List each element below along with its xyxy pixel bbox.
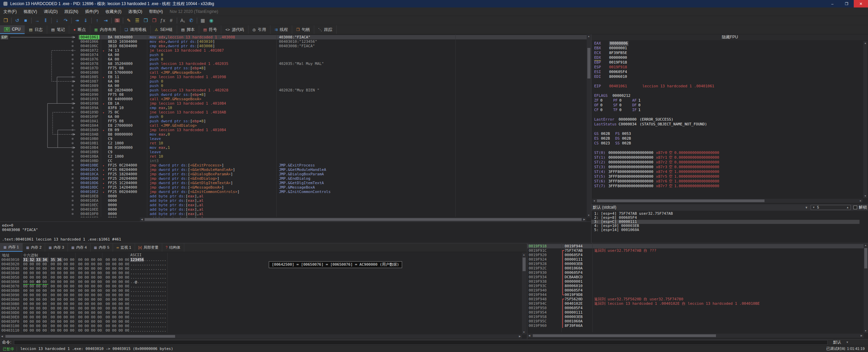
seh-icon[interactable]: S — [113, 17, 121, 24]
dump-row[interactable]: 0040309000000000000000000000000000000000… — [0, 293, 527, 297]
step-over-icon[interactable]: ↷ — [61, 17, 70, 24]
disasm-row[interactable]: 0040108B68 28204000push leccion 13 hardc… — [0, 88, 591, 92]
tab-符号[interactable]: ▤符号 — [199, 25, 221, 34]
dump-row[interactable]: 004030F000000000000000000000000000000000… — [0, 319, 527, 324]
functions-icon[interactable]: ƒx — [158, 17, 167, 24]
dump-row[interactable]: 0040310000000000000000000000000000000000… — [0, 324, 527, 328]
maximize-button[interactable]: ❐ — [839, 0, 854, 7]
font-icon[interactable]: A₁ — [178, 17, 187, 24]
dump-row[interactable]: 0040311000000000000000000000000000000000… — [0, 328, 527, 333]
disasm-row[interactable]: 0040107868 35204000push leccion 13 hardc… — [0, 61, 591, 66]
menu-item[interactable]: 选项(O) — [125, 9, 146, 14]
stack-row[interactable]: 0019F91C75F747AB返回到 user32.75F747AB 自 ??… — [527, 248, 868, 253]
calculator-icon[interactable]: ▦ — [199, 17, 207, 24]
disasm-row[interactable]: 004010746A 00push 0 — [0, 53, 591, 57]
tab-断点[interactable]: ●断点 — [69, 25, 90, 34]
tab-笔记[interactable]: ▤笔记 — [47, 25, 69, 34]
disasm-row[interactable]: ▼004010D0FF25 20204000jmp dword ptr ds:[… — [0, 176, 591, 181]
run-icon[interactable]: → — [33, 17, 41, 24]
disasm-row[interactable]: ▼004010BEFF25 0C204000jmp dword ptr ds:[… — [0, 163, 591, 168]
command-input[interactable] — [14, 340, 828, 345]
dump-row[interactable]: 004030A000000000000000000000000000000000… — [0, 297, 527, 302]
step-out-icon[interactable]: ⇓ — [81, 17, 90, 24]
disasm-row[interactable]: 0040109A83F8 10cmp eax,10 — [0, 106, 591, 110]
tab-局部变量[interactable]: [x]局部变量 — [135, 243, 163, 252]
hash-icon[interactable]: # — [167, 17, 175, 24]
stack-row[interactable]: 0019F92400000111 — [527, 257, 868, 262]
dump-row[interactable]: 0040301031323334353600000000000000000000… — [0, 258, 527, 262]
disasm-row[interactable]: 004010B1C2 1000ret 10 — [0, 141, 591, 145]
open-file-icon[interactable]: ❒ — [1, 17, 10, 24]
disasm-row[interactable]: 004010EA0000add byte ptr ds:[eax],al — [0, 198, 591, 203]
pause-icon[interactable]: ‖ — [41, 17, 50, 24]
dump-row[interactable]: 0040308000000000000000000000000000000000… — [0, 288, 527, 293]
disasm-row[interactable]: 0040109F6A 00push 0 — [0, 115, 591, 119]
patch-icon[interactable]: ✎ — [125, 17, 133, 24]
tab-跟踪[interactable]: ⋱跟踪 — [314, 25, 337, 34]
stack-row[interactable]: 0019F930000605F4 — [527, 270, 868, 275]
dump-row[interactable]: 0040302000000000000000000000000000000000… — [0, 262, 527, 266]
tab-内存 3[interactable]: ▦内存 3 — [45, 243, 68, 252]
stack-row[interactable]: 0019F95400000111 — [527, 310, 868, 315]
tab-内存 5[interactable]: ▦内存 5 — [91, 243, 113, 252]
tab-源代码[interactable]: <>源代码 — [221, 25, 248, 34]
dump-row[interactable]: 004030D000000000000000000000000000000000… — [0, 311, 527, 315]
disasm-row[interactable]: 004010ABB8 00000000mov eax,0 — [0, 132, 591, 137]
disasm-row[interactable]: ▼004010DCFF25 14204000jmp dword ptr ds:[… — [0, 185, 591, 190]
step-into-icon[interactable]: ↓ — [53, 17, 61, 24]
tab-结构体[interactable]: ?结构体 — [162, 243, 184, 252]
disasm-row[interactable]: 004010A1FF75 08push dword ptr ss:[ebp+8] — [0, 119, 591, 123]
menu-item[interactable]: 跟踪(N) — [61, 9, 82, 14]
stack-row[interactable]: 0019F95C0001060A — [527, 319, 868, 323]
menu-item[interactable]: 调试(D) — [40, 9, 61, 14]
disasm-row[interactable]: ▼004010CAFF25 18204000jmp dword ptr ds:[… — [0, 172, 591, 176]
patches-list-icon[interactable]: ❐ — [150, 17, 158, 24]
stack-row[interactable]: 0019F934DCBAABCD — [527, 275, 868, 279]
disasm-row[interactable]: 0040106C3B1D 08304000cmp ebx,dword ptr d… — [0, 44, 591, 48]
tab-引用[interactable]: ◎引用 — [248, 25, 270, 34]
tab-句柄[interactable]: ❒句柄 — [292, 25, 314, 34]
minimize-button[interactable]: – — [825, 0, 839, 7]
stop-icon[interactable]: ■ — [21, 17, 30, 24]
disasm-row[interactable]: 004010876A 00push 0 — [0, 79, 591, 84]
stack-row[interactable]: 0019F92C0001060A — [527, 266, 868, 270]
restart-icon[interactable]: ↺ — [13, 17, 21, 24]
registers-vscrollbar[interactable]: ▲▼ — [863, 41, 867, 198]
tab-内存 2[interactable]: ▦内存 2 — [23, 243, 45, 252]
globe-icon[interactable]: ◉ — [207, 17, 215, 24]
disasm-row[interactable]: 004010BAC2 1000ret 10 — [0, 154, 591, 159]
disasm-row[interactable]: ▼004010D6FF25 1C204000jmp dword ptr ds:[… — [0, 181, 591, 185]
dump-row[interactable]: 0040306000004000000000000000000000000000… — [0, 280, 527, 284]
disasm-row[interactable]: 004010BDCCint3 — [0, 159, 591, 163]
menu-item[interactable]: 插件(P) — [82, 9, 102, 14]
stack-row[interactable]: 0019F93C80006010 — [527, 284, 868, 288]
dump-table[interactable]: 0040301031323334353600000000000000000000… — [0, 258, 527, 333]
tab-内存布局[interactable]: ▦内存布局 — [90, 25, 120, 34]
tab-调用堆栈[interactable]: ❏调用堆栈 — [120, 25, 151, 34]
registers-pane[interactable]: 隐藏FPU EAX00000006EBX00000001ECX8F39FB5EE… — [591, 34, 868, 243]
dump-row[interactable]: 004030B000000000000000000000000000000000… — [0, 302, 527, 306]
stack-row[interactable]: 0019F94C0040102E返回到 leccion 13 hardcoded… — [527, 301, 868, 306]
stack-row[interactable]: 0019F9608F39FA6A — [527, 323, 868, 328]
disasm-row[interactable]: 004010896A 00push 0 — [0, 84, 591, 88]
tab-脚本[interactable]: ▤脚本 — [177, 25, 199, 34]
registers-hscrollbar[interactable]: ◀▶ — [592, 199, 863, 203]
stack-row[interactable]: 0019F93800000001 — [527, 279, 868, 284]
chevron-down-icon[interactable]: ▼ — [805, 206, 808, 209]
dump-row[interactable]: 0040305000000000000000000000000000000000… — [0, 275, 527, 280]
tab-内存 4[interactable]: ▦内存 4 — [68, 243, 91, 252]
disasm-row[interactable]: 00401090FF75 08push dword ptr ss:[ebp+8] — [0, 92, 591, 97]
stack-vscrollbar[interactable]: ▲▼ — [864, 243, 868, 333]
disasm-row[interactable]: 0040107DFF75 08push dword ptr ss:[ebp+8] — [0, 66, 591, 70]
stack-row[interactable]: 0019F9180019F944 — [527, 244, 868, 248]
disasm-row[interactable]: 004010668B1D 10304000mov ebx,dword ptr d… — [0, 39, 591, 44]
menu-item[interactable]: 帮助(H) — [146, 9, 166, 14]
calling-convention-select[interactable]: 默认 (stdcall) — [593, 205, 616, 210]
stack-row[interactable]: 0019F928000003EB — [527, 262, 868, 266]
stack-row[interactable]: 0019F950000605F4 — [527, 306, 868, 310]
run-to-selection-icon[interactable]: ↠ — [73, 17, 81, 24]
dump-row[interactable]: 004030C000000000000000000000000000000000… — [0, 306, 527, 311]
disassembly-pane[interactable]: EIP 00401061BA 08304000mov edx,leccion 1… — [0, 34, 591, 222]
compare-icon[interactable]: ❐ — [141, 17, 150, 24]
dump-row[interactable]: 0040304000000000000000000000000000000000… — [0, 271, 527, 275]
